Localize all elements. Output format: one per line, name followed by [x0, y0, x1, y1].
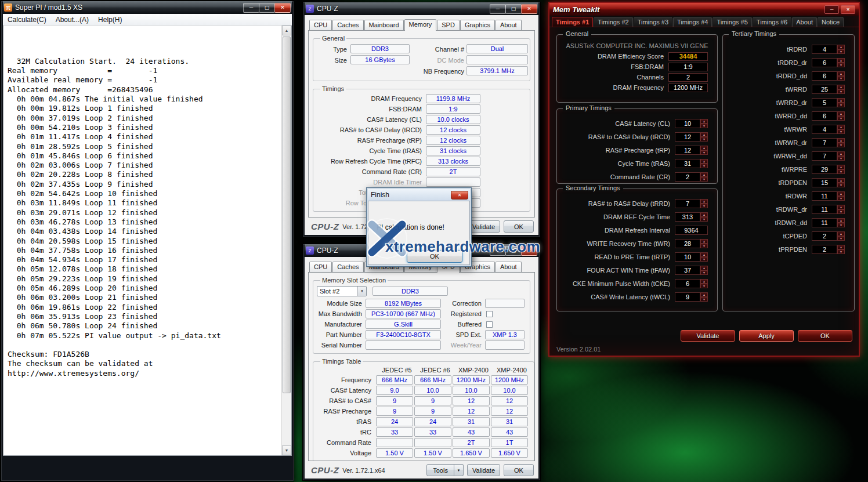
spin-up-icon[interactable]: ▲: [837, 231, 845, 236]
timing-spinner[interactable]: 25 ▲ ▼: [812, 85, 845, 94]
spin-down-icon[interactable]: ▼: [837, 183, 845, 187]
spin-down-icon[interactable]: ▼: [837, 156, 845, 161]
spin-up-icon[interactable]: ▲: [700, 239, 708, 244]
timing-spinner[interactable]: 11 ▲ ▼: [812, 205, 845, 214]
spin-down-icon[interactable]: ▼: [700, 257, 708, 262]
memtweakit-titlebar[interactable]: Mem TweakIt ─ ✕: [549, 3, 859, 16]
dropdown-icon[interactable]: ▼: [357, 287, 366, 296]
spin-up-icon[interactable]: ▲: [700, 266, 708, 270]
spin-down-icon[interactable]: ▼: [837, 236, 845, 241]
validate-button[interactable]: Validate: [467, 464, 500, 476]
apply-button[interactable]: Apply: [739, 330, 794, 342]
registered-checkbox[interactable]: [486, 311, 493, 317]
tools-dropdown-icon[interactable]: ▼: [454, 464, 464, 476]
timing-spinner[interactable]: 5 ▲ ▼: [812, 98, 845, 107]
timing-value[interactable]: 6: [812, 58, 837, 67]
timing-value[interactable]: 29: [812, 165, 837, 174]
spin-down-icon[interactable]: ▼: [700, 244, 708, 248]
spin-up-icon[interactable]: ▲: [700, 199, 708, 204]
timing-spinner[interactable]: 11 ▲ ▼: [812, 191, 845, 201]
spin-down-icon[interactable]: ▼: [837, 116, 845, 121]
timing-spinner[interactable]: 4 ▲ ▼: [812, 45, 845, 54]
timing-value[interactable]: 31: [675, 159, 700, 168]
timing-value[interactable]: 5: [812, 98, 837, 107]
timing-value[interactable]: 25: [812, 85, 837, 94]
spin-up-icon[interactable]: ▲: [837, 178, 845, 183]
memtweakit-minimize-button[interactable]: ─: [824, 5, 839, 14]
finish-close-button[interactable]: ✕: [451, 191, 468, 200]
timing-spinner[interactable]: 313 ▲ ▼: [675, 212, 708, 222]
timing-spinner[interactable]: 10 ▲ ▼: [675, 119, 708, 128]
cpuz-tab[interactable]: CPU: [309, 20, 332, 30]
spin-down-icon[interactable]: ▼: [837, 209, 845, 214]
scroll-thumb[interactable]: [283, 37, 291, 393]
superpi-maximize-button[interactable]: ▢: [259, 3, 275, 13]
timing-spinner[interactable]: 37 ▲ ▼: [675, 266, 708, 275]
maximize-button[interactable]: ▢: [505, 4, 522, 14]
superpi-minimize-button[interactable]: ─: [243, 3, 259, 13]
spin-up-icon[interactable]: ▲: [700, 252, 708, 257]
spin-up-icon[interactable]: ▲: [700, 172, 708, 177]
timing-value[interactable]: 9364: [675, 226, 708, 235]
spin-down-icon[interactable]: ▼: [837, 76, 845, 81]
timing-value[interactable]: 9: [675, 292, 700, 302]
timing-value[interactable]: 10: [675, 119, 700, 128]
spin-up-icon[interactable]: ▲: [837, 245, 845, 249]
spin-up-icon[interactable]: ▲: [700, 146, 708, 150]
spin-down-icon[interactable]: ▼: [700, 284, 708, 288]
spin-up-icon[interactable]: ▲: [837, 165, 845, 169]
menu-item[interactable]: About...(A): [51, 15, 93, 25]
spin-down-icon[interactable]: ▼: [700, 124, 708, 128]
spin-down-icon[interactable]: ▼: [837, 143, 845, 147]
memtweakit-tab[interactable]: Timings #1: [552, 17, 593, 27]
timing-spinner[interactable]: 6 ▲ ▼: [812, 71, 845, 81]
cpuz-tab[interactable]: About: [496, 262, 522, 272]
timing-value[interactable]: 4: [812, 45, 837, 54]
spin-down-icon[interactable]: ▼: [837, 63, 845, 67]
timing-value[interactable]: 7: [812, 138, 837, 147]
timing-spinner[interactable]: 6 ▲ ▼: [812, 58, 845, 67]
buffered-checkbox[interactable]: [486, 321, 493, 328]
spin-down-icon[interactable]: ▼: [837, 223, 845, 227]
timing-spinner[interactable]: 12 ▲ ▼: [675, 132, 708, 142]
spin-up-icon[interactable]: ▲: [837, 205, 845, 209]
timing-value[interactable]: 7: [675, 199, 700, 208]
spin-up-icon[interactable]: ▲: [837, 151, 845, 156]
close-button[interactable]: ✕: [521, 4, 537, 14]
spin-down-icon[interactable]: ▼: [837, 49, 845, 54]
spin-up-icon[interactable]: ▲: [837, 111, 845, 116]
timing-spinner[interactable]: 15 ▲ ▼: [812, 178, 845, 187]
tools-button[interactable]: Tools: [426, 464, 454, 476]
spin-down-icon[interactable]: ▼: [700, 177, 708, 182]
memtweakit-close-button[interactable]: ✕: [841, 5, 855, 14]
spin-up-icon[interactable]: ▲: [700, 279, 708, 284]
cpuz-tab[interactable]: Graphics: [460, 20, 495, 30]
spin-down-icon[interactable]: ▼: [837, 249, 845, 254]
timing-value[interactable]: 37: [675, 266, 700, 275]
ok-button[interactable]: OK: [798, 330, 852, 342]
timing-value[interactable]: 11: [812, 205, 837, 214]
spin-down-icon[interactable]: ▼: [837, 129, 845, 134]
superpi-scrollbar[interactable]: ▲ ▼: [281, 26, 291, 455]
timing-spinner[interactable]: 7 ▲ ▼: [675, 199, 708, 208]
timing-value[interactable]: 6: [675, 279, 700, 288]
minimize-button[interactable]: ─: [490, 246, 506, 256]
maximize-button[interactable]: ▢: [505, 246, 522, 256]
timing-spinner[interactable]: 7 ▲ ▼: [812, 138, 845, 147]
timing-spinner[interactable]: 2 ▲ ▼: [675, 172, 708, 182]
memtweakit-tab[interactable]: Notice: [818, 17, 844, 27]
menu-item[interactable]: Help(H): [93, 15, 126, 25]
cpuz-tab[interactable]: CPU: [309, 262, 332, 272]
timing-spinner[interactable]: 9364 ▲ ▼: [675, 226, 708, 235]
spin-up-icon[interactable]: ▲: [837, 58, 845, 63]
memtweakit-tab[interactable]: Timings #5: [713, 17, 751, 27]
spin-down-icon[interactable]: ▼: [700, 217, 708, 222]
spin-up-icon[interactable]: ▲: [700, 292, 708, 297]
memtweakit-tab[interactable]: Timings #2: [594, 17, 632, 27]
spin-up-icon[interactable]: ▲: [837, 85, 845, 89]
timing-spinner[interactable]: 7 ▲ ▼: [812, 151, 845, 161]
timing-value[interactable]: 11: [812, 218, 837, 227]
spin-up-icon[interactable]: ▲: [837, 218, 845, 223]
memtweakit-tab[interactable]: Timings #4: [673, 17, 712, 27]
timing-spinner[interactable]: 2 ▲ ▼: [812, 231, 845, 241]
